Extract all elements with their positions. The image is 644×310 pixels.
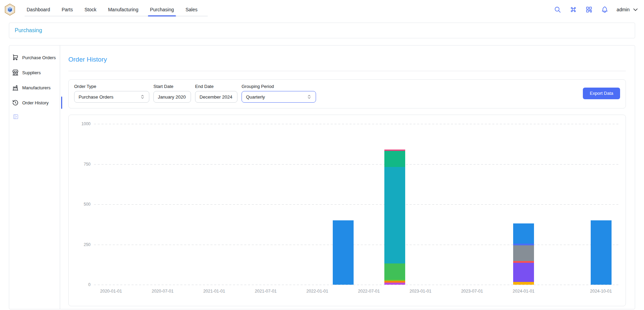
start-date-value: January 2020 xyxy=(158,94,186,100)
title-divider xyxy=(68,71,626,71)
x-axis-label: 2023-01-01 xyxy=(400,289,441,294)
stacked-bar-chart: 025050075010002020-01-012020-07-012021-0… xyxy=(94,124,619,285)
bar-segment[interactable] xyxy=(513,223,534,244)
sidebar-item-label: Manufacturers xyxy=(22,85,51,90)
search-icon[interactable] xyxy=(554,6,561,13)
breadcrumb-bar: Purchasing xyxy=(9,23,635,38)
sidebar-collapse-icon[interactable] xyxy=(13,114,19,120)
command-icon[interactable] xyxy=(570,6,577,13)
y-axis-label: 750 xyxy=(72,162,91,167)
nav-actions: admin xyxy=(554,6,639,13)
gridline xyxy=(94,204,619,205)
grouping-period-select[interactable]: Quarterly xyxy=(242,91,316,103)
sidebar-item-order-history[interactable]: Order History xyxy=(11,96,60,109)
y-axis-label: 1000 xyxy=(72,121,91,126)
end-date-label: End Date xyxy=(195,84,237,89)
order-type-label: Order Type xyxy=(74,84,149,89)
end-date-value: December 2024 xyxy=(200,94,232,100)
grouping-period-value: Quarterly xyxy=(246,94,265,100)
sidebar-item-suppliers[interactable]: Suppliers xyxy=(11,66,60,79)
tab-parts[interactable]: Parts xyxy=(62,0,73,19)
grouping-period-label: Grouping Period xyxy=(242,84,316,89)
history-clock-icon xyxy=(12,99,19,106)
order-type-select[interactable]: Purchase Orders xyxy=(74,91,149,103)
order-history-page: Order History Order Type Purchase Orders… xyxy=(60,46,635,309)
x-axis-label: 2022-01-01 xyxy=(297,289,338,294)
top-navigation: Dashboard Parts Stock Manufacturing Purc… xyxy=(0,0,644,19)
gridline xyxy=(94,124,619,124)
bar-segment[interactable] xyxy=(513,282,534,285)
sidebar-item-purchase-orders[interactable]: Purchase Orders xyxy=(11,51,60,64)
filter-bar: Order Type Purchase Orders Start Date Ja… xyxy=(68,79,626,108)
x-axis-label: 2022-07-01 xyxy=(348,289,389,294)
sidebar: Purchase Orders Suppliers Manufacturers … xyxy=(9,46,60,309)
bar-segment[interactable] xyxy=(384,167,405,263)
order-history-chart-card: 025050075010002020-01-012020-07-012021-0… xyxy=(68,115,626,306)
chevron-down-icon xyxy=(632,7,639,13)
x-axis-label: 2021-07-01 xyxy=(245,289,286,294)
page-title: Order History xyxy=(68,56,626,63)
start-date-field: Start Date January 2020 xyxy=(153,84,191,103)
chart-bar[interactable] xyxy=(384,150,405,285)
tab-stock[interactable]: Stock xyxy=(84,0,96,19)
export-data-button[interactable]: Export Data xyxy=(583,88,620,99)
y-axis-label: 250 xyxy=(72,242,91,247)
factory-icon xyxy=(12,84,19,91)
x-axis-label: 2024-10-01 xyxy=(580,289,621,294)
sidebar-item-label: Suppliers xyxy=(22,70,41,75)
chart-bar[interactable] xyxy=(513,223,534,285)
user-name: admin xyxy=(617,7,630,12)
sidebar-item-manufacturers[interactable]: Manufacturers xyxy=(11,81,60,94)
bar-segment[interactable] xyxy=(513,263,534,282)
inventree-logo-icon[interactable] xyxy=(4,3,16,16)
chart-bar[interactable] xyxy=(591,220,612,285)
bar-segment[interactable] xyxy=(384,263,405,280)
breadcrumb-purchasing[interactable]: Purchasing xyxy=(15,27,42,34)
select-stepper-icon xyxy=(307,94,312,99)
main-panel: Purchase Orders Suppliers Manufacturers … xyxy=(9,45,635,309)
main-tabs: Dashboard Parts Stock Manufacturing Purc… xyxy=(25,0,208,19)
x-axis-label: 2021-01-01 xyxy=(194,289,235,294)
x-axis-label: 2024-01-01 xyxy=(503,289,544,294)
x-axis-label: 2020-01-01 xyxy=(91,289,132,294)
gridline xyxy=(94,285,619,285)
chart-bar[interactable] xyxy=(333,220,354,285)
y-axis-label: 500 xyxy=(72,202,91,207)
storefront-icon xyxy=(12,69,19,76)
bar-segment[interactable] xyxy=(384,283,405,285)
order-type-value: Purchase Orders xyxy=(79,94,113,100)
bar-segment[interactable] xyxy=(513,245,534,261)
sidebar-item-label: Order History xyxy=(22,100,49,105)
tab-sales[interactable]: Sales xyxy=(186,0,197,19)
qr-scan-icon[interactable] xyxy=(585,6,593,13)
tab-dashboard[interactable]: Dashboard xyxy=(27,0,50,19)
end-date-input[interactable]: December 2024 xyxy=(195,91,237,103)
grouping-period-field: Grouping Period Quarterly xyxy=(242,84,316,103)
bar-segment[interactable] xyxy=(384,151,405,167)
end-date-field: End Date December 2024 xyxy=(195,84,237,103)
bell-icon[interactable] xyxy=(601,6,608,13)
shopping-cart-icon xyxy=(12,54,19,61)
bar-segment[interactable] xyxy=(591,220,612,285)
select-stepper-icon xyxy=(140,94,145,99)
y-axis-label: 0 xyxy=(72,282,91,287)
x-axis-label: 2020-07-01 xyxy=(142,289,183,294)
user-menu[interactable]: admin xyxy=(617,7,639,13)
tab-purchasing[interactable]: Purchasing xyxy=(150,0,174,19)
start-date-label: Start Date xyxy=(153,84,191,89)
sidebar-item-label: Purchase Orders xyxy=(22,55,56,60)
bar-segment[interactable] xyxy=(333,220,354,285)
x-axis-label: 2023-07-01 xyxy=(452,289,493,294)
tab-manufacturing[interactable]: Manufacturing xyxy=(108,0,138,19)
order-type-field: Order Type Purchase Orders xyxy=(74,84,149,103)
start-date-input[interactable]: January 2020 xyxy=(153,91,191,103)
gridline xyxy=(94,245,619,245)
gridline xyxy=(94,164,619,165)
